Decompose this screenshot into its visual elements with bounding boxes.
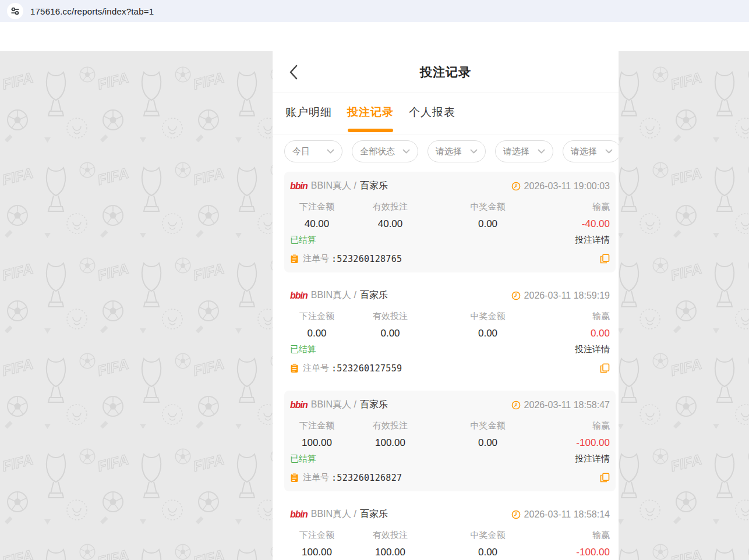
bet-detail-link[interactable]: 投注详情 — [575, 235, 610, 246]
stat-label-win-amount: 中奖金额 — [437, 420, 539, 431]
stat-label-win-loss: 输赢 — [539, 201, 610, 212]
stat-labels-row: 下注金额 100.00 有效投注 100.00 中奖金额 0.00 输赢 -10… — [290, 530, 610, 558]
filter-label: 今日 — [292, 146, 310, 157]
stat-label-valid-bet: 有效投注 — [344, 311, 437, 322]
copy-order-button[interactable] — [600, 363, 610, 373]
status-row: 已结算 投注详情 — [290, 453, 610, 465]
stat-label-win-loss: 输赢 — [539, 530, 610, 541]
tab-label: 个人报表 — [409, 105, 455, 120]
filter-dropdown[interactable]: 今日 — [284, 140, 342, 162]
stat-label-valid-bet: 有效投注 — [344, 201, 437, 212]
win-loss-value: -40.00 — [539, 218, 610, 230]
tab-bet-records[interactable]: 投注记录 — [347, 105, 394, 134]
bet-detail-link[interactable]: 投注详情 — [575, 453, 610, 465]
bet-amount-value: 100.00 — [290, 547, 344, 558]
filter-dropdown[interactable]: 全部状态 — [352, 140, 418, 162]
clock-icon — [511, 182, 521, 191]
stat-label-win-amount: 中奖金额 — [437, 201, 539, 212]
win-loss-value: -100.00 — [539, 437, 610, 449]
win-loss-value: 0.00 — [539, 328, 610, 339]
provider-name: BBIN真人 / — [311, 399, 356, 411]
stat-label-win-amount: 中奖金额 — [437, 530, 539, 541]
status-row: 已结算 投注详情 — [290, 235, 610, 246]
win-loss-value: -100.00 — [539, 547, 610, 558]
stat-label-valid-bet: 有效投注 — [344, 530, 437, 541]
bet-record-card: bbin BBIN真人 / 百家乐 2026-03-11 18:59:19 下注… — [284, 281, 616, 382]
stat-label-bet-amount: 下注金额 — [290, 530, 344, 541]
bbin-logo: bbin — [290, 181, 308, 192]
status-row: 已结算 投注详情 — [290, 344, 610, 355]
tune-icon — [10, 6, 20, 16]
provider-group: bbin BBIN真人 / 百家乐 — [290, 180, 388, 192]
chevron-down-icon — [470, 149, 478, 154]
tab-account-details[interactable]: 账户明细 — [285, 105, 332, 134]
back-button[interactable] — [289, 63, 304, 81]
provider-name: BBIN真人 / — [311, 508, 356, 520]
order-number-value: :523260127559 — [331, 363, 402, 374]
stat-label-win-loss: 输赢 — [539, 311, 610, 322]
copy-icon — [600, 363, 610, 373]
time-group: 2026-03-11 19:00:03 — [511, 181, 610, 192]
stat-labels-row: 下注金额 100.00 有效投注 100.00 中奖金额 0.00 输赢 -10… — [290, 420, 610, 449]
tab-bar: 账户明细 投注记录 个人报表 — [273, 93, 619, 134]
order-row: 注单号 :523260127559 — [290, 363, 610, 374]
filter-label: 请选择 — [503, 146, 529, 157]
order-number-value: :523260126827 — [331, 473, 402, 483]
order-note-icon — [290, 254, 299, 264]
active-tab-underline — [348, 129, 393, 132]
win-amount-value: 0.00 — [437, 218, 539, 230]
copy-order-button[interactable] — [600, 473, 610, 483]
filter-dropdown[interactable]: 请选择 — [428, 140, 486, 162]
stat-labels-row: 下注金额 0.00 有效投注 0.00 中奖金额 0.00 输赢 0.00 — [290, 311, 610, 339]
tab-label: 账户明细 — [285, 105, 332, 120]
settled-status-badge: 已结算 — [290, 344, 316, 355]
settled-status-badge: 已结算 — [290, 453, 316, 465]
clock-icon — [511, 291, 521, 300]
stat-label-win-amount: 中奖金额 — [437, 311, 539, 322]
provider-name: BBIN真人 / — [311, 180, 356, 192]
valid-bet-value: 100.00 — [344, 437, 437, 449]
record-header-row: bbin BBIN真人 / 百家乐 2026-03-11 18:58:14 — [290, 508, 610, 520]
panel-header: 投注记录 — [273, 51, 619, 93]
time-group: 2026-03-11 18:59:19 — [511, 290, 610, 301]
stat-labels-row: 下注金额 40.00 有效投注 40.00 中奖金额 0.00 输赢 -40.0… — [290, 201, 610, 230]
filter-bar: 今日 全部状态 请选择 请选择 请选择 — [273, 134, 619, 169]
bet-timestamp: 2026-03-11 19:00:03 — [524, 181, 610, 192]
order-number-value: :523260128765 — [331, 254, 402, 264]
order-note-icon — [290, 363, 299, 373]
tab-label: 投注记录 — [347, 105, 394, 120]
filter-label: 请选择 — [436, 146, 462, 157]
bet-detail-link[interactable]: 投注详情 — [575, 344, 610, 355]
bet-amount-value: 0.00 — [290, 328, 344, 339]
record-header-row: bbin BBIN真人 / 百家乐 2026-03-11 18:58:47 — [290, 399, 610, 411]
site-settings-button[interactable] — [7, 3, 23, 19]
bet-timestamp: 2026-03-11 18:58:14 — [524, 509, 610, 520]
stat-label-valid-bet: 有效投注 — [344, 420, 437, 431]
time-group: 2026-03-11 18:58:14 — [511, 509, 610, 520]
browser-content-gap — [0, 22, 749, 51]
game-name: 百家乐 — [360, 289, 388, 302]
game-name: 百家乐 — [360, 399, 388, 411]
order-row: 注单号 :523260126827 — [290, 472, 610, 483]
filter-dropdown[interactable]: 请选择 — [563, 140, 619, 162]
tab-underline — [409, 129, 455, 132]
record-header-row: bbin BBIN真人 / 百家乐 2026-03-11 18:59:19 — [290, 289, 610, 302]
record-header-row: bbin BBIN真人 / 百家乐 2026-03-11 19:00:03 — [290, 180, 610, 192]
tab-personal-report[interactable]: 个人报表 — [409, 105, 455, 134]
clock-icon — [511, 510, 521, 519]
chevron-down-icon — [605, 149, 613, 154]
filter-dropdown[interactable]: 请选择 — [495, 140, 553, 162]
bet-record-card: bbin BBIN真人 / 百家乐 2026-03-11 18:58:14 下注… — [284, 500, 616, 560]
copy-icon — [600, 254, 610, 264]
bet-amount-value: 40.00 — [290, 218, 344, 230]
browser-url-bar[interactable]: 175616.cc/reports/index?tab=1 — [0, 0, 749, 22]
records-list: bbin BBIN真人 / 百家乐 2026-03-11 19:00:03 下注… — [273, 169, 619, 560]
stat-label-win-loss: 输赢 — [539, 420, 610, 431]
filter-label: 请选择 — [571, 146, 597, 157]
bet-record-card: bbin BBIN真人 / 百家乐 2026-03-11 18:58:47 下注… — [284, 391, 616, 491]
url-text[interactable]: 175616.cc/reports/index?tab=1 — [30, 6, 154, 16]
copy-order-button[interactable] — [600, 254, 610, 264]
order-note-icon — [290, 473, 299, 483]
provider-group: bbin BBIN真人 / 百家乐 — [290, 508, 388, 520]
page-title: 投注记录 — [420, 64, 471, 80]
